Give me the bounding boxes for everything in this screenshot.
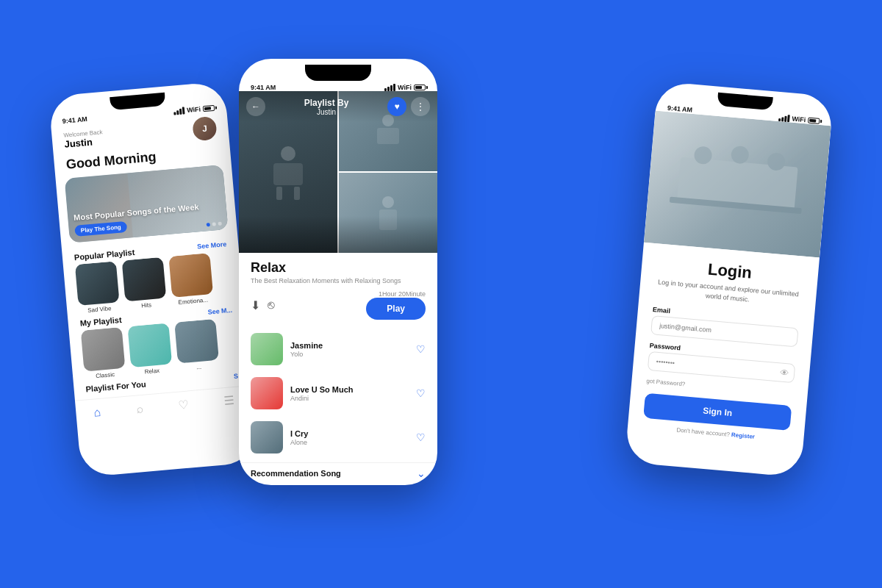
classic-thumb [81, 327, 126, 372]
my-playlist-extra[interactable]: ... [174, 319, 220, 373]
jasmine-title: Jasmine [290, 341, 409, 350]
playlist-item-hits[interactable]: Hits [122, 257, 168, 311]
login-content: Login Log in to your account and explore… [626, 243, 820, 456]
popular-see-more[interactable]: See More [197, 240, 227, 250]
rec-chevron-icon[interactable]: ⌄ [417, 467, 426, 479]
phone-left: 9:41 AM WiFi Welcome Back Justin J Good … [49, 82, 257, 478]
svg-rect-2 [276, 187, 282, 200]
share-icon[interactable]: ⎋ [268, 298, 275, 312]
song-list: Jasmine Yolo ♡ Love U So Much Andini ♡ I… [239, 324, 437, 462]
my-playlist-title: My Playlist [79, 315, 122, 328]
more-button[interactable]: ⋮ [411, 97, 430, 116]
playlist-item-emotiona[interactable]: Emotiona... [168, 253, 214, 306]
eye-icon[interactable]: 👁 [780, 368, 789, 379]
playlist-item-sad-vibe[interactable]: Sad Vibe [75, 261, 121, 315]
my-playlist-classic[interactable]: Classic [81, 327, 126, 381]
nav-heart-icon[interactable]: ♡ [178, 397, 190, 412]
cry-thumb [251, 421, 283, 453]
cry-artist: Alone [290, 439, 409, 446]
playlist-left-actions: ⬇ ⎋ [251, 298, 275, 312]
for-you-see-more[interactable]: S [233, 372, 238, 379]
status-bar-center: 9:41 AM WiFi [239, 81, 437, 91]
greeting-block: Welcome Back Justin [63, 129, 104, 150]
heart-button[interactable]: ♥ [387, 97, 406, 116]
svg-rect-1 [273, 163, 303, 185]
svg-rect-3 [294, 187, 300, 200]
love-artist: Andini [290, 395, 409, 402]
playlist-overlay: ← Playlist By Justin ♥ ⋮ [239, 91, 437, 122]
extra-thumb [174, 319, 219, 364]
hits-thumb [122, 257, 167, 302]
nav-home-icon[interactable]: ⌂ [93, 405, 101, 419]
no-account-text: Don't have account? [676, 427, 730, 438]
relax-thumb [127, 323, 172, 368]
avatar[interactable]: J [192, 116, 218, 142]
login-hero [644, 110, 831, 257]
jasmine-artist: Yolo [290, 351, 409, 358]
my-playlist-relax[interactable]: Relax [127, 323, 173, 376]
jasmine-info: Jasmine Yolo [290, 341, 409, 358]
love-heart[interactable]: ♡ [416, 387, 426, 399]
svg-rect-5 [377, 128, 399, 144]
svg-point-6 [382, 196, 394, 208]
svg-point-10 [731, 146, 750, 165]
jasmine-heart[interactable]: ♡ [416, 343, 426, 355]
notch-center [305, 65, 371, 81]
playlist-info: Relax The Best Relaxation Moments with R… [239, 253, 437, 324]
playlist-artist: Justin [265, 108, 387, 116]
rec-title: Recommendation Song [251, 469, 341, 478]
playlist-right-actions: 1Hour 20Minute Play [366, 290, 426, 320]
nav-menu-icon[interactable]: ☰ [223, 393, 235, 408]
emotiona-thumb [168, 253, 213, 298]
jasmine-thumb [251, 333, 283, 365]
song-item-cry[interactable]: I Cry Alone ♡ [239, 415, 437, 459]
playlist-actions: ⬇ ⎋ 1Hour 20Minute Play [251, 290, 426, 320]
love-info: Love U So Much Andini [290, 385, 409, 402]
sad-vibe-thumb [75, 261, 120, 306]
time-center: 9:41 AM [251, 84, 276, 91]
hero-banner[interactable]: Most Popular Songs of the Week Play The … [65, 165, 229, 243]
playlist-title-block: Playlist By Justin [265, 98, 387, 116]
song-item-love[interactable]: Love U So Much Andini ♡ [239, 371, 437, 415]
love-thumb [251, 377, 283, 409]
playlist-desc: The Best Relaxation Moments with Relaxin… [251, 277, 426, 284]
my-see-more[interactable]: See M... [207, 306, 232, 316]
header-actions: ♥ ⋮ [387, 97, 430, 116]
phone-right: 9:41 AM WiFi [625, 82, 833, 478]
svg-point-0 [281, 146, 295, 161]
playlist-for-you-title: Playlist For You [85, 379, 146, 393]
back-button[interactable]: ← [246, 97, 265, 116]
hero-gradient [239, 216, 437, 253]
cry-info: I Cry Alone [290, 429, 409, 446]
download-icon[interactable]: ⬇ [251, 298, 260, 312]
cry-heart[interactable]: ♡ [416, 431, 426, 443]
action-icons: ⬇ ⎋ [251, 298, 275, 312]
playlist-hero: ← Playlist By Justin ♥ ⋮ [239, 91, 437, 253]
song-item-jasmine[interactable]: Jasmine Yolo ♡ [239, 327, 437, 371]
rec-song-item[interactable]: A . Jensen + [251, 482, 426, 485]
playlist-by-label: Playlist By [265, 98, 387, 108]
cry-title: I Cry [290, 429, 409, 438]
forgot-password-text[interactable]: got Password? [646, 378, 686, 388]
play-button[interactable]: Play [366, 298, 426, 320]
love-title: Love U So Much [290, 385, 409, 394]
recommendation-section: Recommendation Song ⌄ A . Jensen + [239, 462, 437, 485]
playlist-duration: 1Hour 20Minute [366, 290, 426, 298]
rec-header: Recommendation Song ⌄ [251, 467, 426, 479]
nav-search-icon[interactable]: ⌕ [135, 401, 144, 415]
username-text: Justin [64, 135, 104, 150]
password-group: Password 👁 [648, 342, 797, 383]
register-link[interactable]: Register [731, 431, 756, 440]
status-icons-center: WiFi [384, 84, 426, 91]
email-group: Email [650, 306, 800, 347]
playlist-name: Relax [251, 260, 426, 276]
phone-center: 9:41 AM WiFi ← Playlist By Justin [239, 59, 437, 485]
